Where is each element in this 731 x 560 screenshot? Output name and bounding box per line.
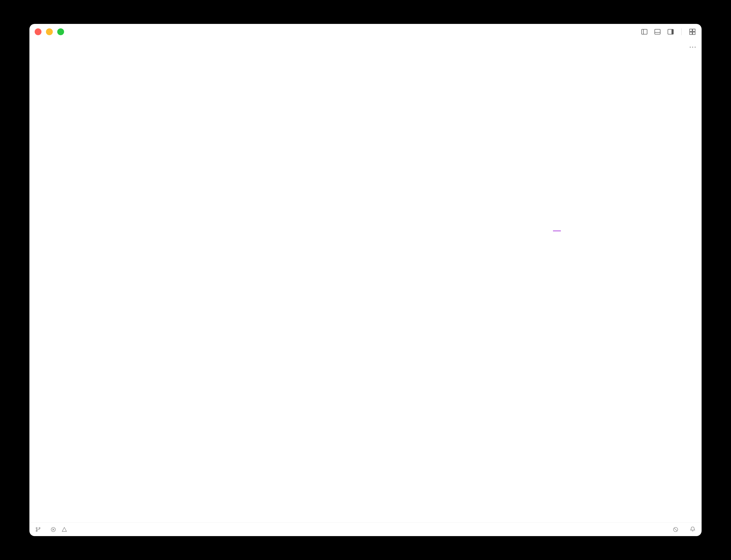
content-area: ⋯: [29, 40, 702, 522]
explorer-more-icon[interactable]: ⋯: [689, 43, 697, 51]
svg-rect-7: [693, 29, 695, 32]
zoom-window-button[interactable]: [57, 28, 64, 35]
svg-rect-6: [690, 29, 692, 32]
traffic-lights: [35, 28, 64, 35]
svg-rect-8: [690, 32, 692, 34]
panel-bottom-icon[interactable]: [654, 28, 661, 36]
editor-area: [29, 40, 562, 522]
close-window-button[interactable]: [35, 28, 42, 35]
svg-rect-0: [642, 29, 647, 34]
svg-point-12: [39, 527, 40, 529]
svg-rect-9: [693, 32, 695, 34]
tab-bar: [29, 40, 562, 54]
git-branch[interactable]: [35, 527, 44, 532]
svg-point-11: [36, 530, 37, 532]
customize-layout-icon[interactable]: [688, 28, 696, 36]
layout-controls: [640, 28, 696, 36]
status-bar: [29, 522, 702, 536]
editor-window: ⋯: [29, 24, 702, 536]
divider: [681, 28, 682, 35]
code-content[interactable]: [61, 68, 562, 522]
breadcrumb[interactable]: [29, 54, 562, 68]
svg-rect-2: [655, 29, 660, 34]
problems[interactable]: [50, 527, 70, 532]
formatter[interactable]: [673, 527, 681, 532]
code-editor[interactable]: [29, 68, 562, 522]
bell-icon[interactable]: [689, 525, 696, 533]
explorer-header: ⋯: [562, 40, 702, 54]
file-tree: [562, 54, 702, 522]
svg-point-10: [36, 527, 37, 529]
minimize-window-button[interactable]: [46, 28, 53, 35]
line-gutter: [29, 68, 61, 522]
panel-right-icon[interactable]: [667, 28, 675, 36]
svg-rect-5: [672, 29, 673, 34]
svg-line-17: [674, 528, 677, 531]
minimap[interactable]: [549, 68, 562, 236]
panel-left-icon[interactable]: [640, 28, 648, 36]
titlebar: [29, 24, 702, 40]
sidebar: ⋯: [562, 40, 702, 522]
